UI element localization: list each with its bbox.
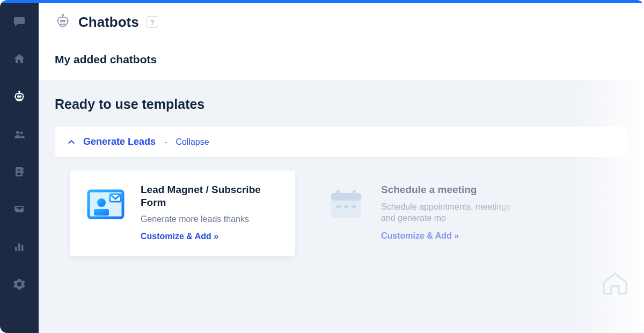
contacts-icon bbox=[13, 165, 26, 180]
sidebar-item-home[interactable] bbox=[8, 48, 31, 72]
card-title: Schedule a meeting bbox=[381, 183, 523, 196]
help-icon: ? bbox=[150, 18, 154, 26]
app-window: Chatbots ? My added chatbots Ready to us… bbox=[0, 0, 644, 333]
template-cards-row: Lead Magnet / Subscribe Form Generate mo… bbox=[55, 158, 628, 271]
group-separator: - bbox=[164, 137, 167, 147]
bot-icon bbox=[13, 90, 26, 105]
my-added-section: My added chatbots bbox=[39, 40, 644, 80]
sidebar-item-contacts[interactable] bbox=[8, 161, 31, 184]
chevron-up-icon bbox=[67, 138, 76, 146]
sidebar bbox=[0, 3, 39, 333]
people-icon bbox=[13, 128, 26, 143]
svg-point-1 bbox=[18, 96, 19, 98]
mail-icon bbox=[13, 203, 26, 218]
app-body: Chatbots ? My added chatbots Ready to us… bbox=[0, 3, 644, 333]
template-card-lead-magnet[interactable]: Lead Magnet / Subscribe Form Generate mo… bbox=[70, 171, 295, 256]
customize-add-link[interactable]: Customize & Add » bbox=[141, 232, 218, 241]
svg-rect-6 bbox=[16, 167, 23, 176]
svg-point-14 bbox=[61, 20, 62, 21]
my-added-title: My added chatbots bbox=[55, 53, 628, 66]
sidebar-item-analytics[interactable] bbox=[8, 236, 31, 260]
svg-rect-7 bbox=[23, 168, 24, 170]
corner-home-icon bbox=[600, 269, 630, 301]
svg-rect-20 bbox=[94, 209, 109, 216]
svg-rect-11 bbox=[18, 243, 20, 251]
home-icon bbox=[13, 53, 26, 68]
svg-point-4 bbox=[16, 131, 19, 134]
card-description: Schedule appointments, meetings and gene… bbox=[381, 202, 523, 224]
svg-point-9 bbox=[18, 169, 20, 172]
svg-point-5 bbox=[20, 132, 23, 135]
svg-point-2 bbox=[20, 96, 21, 98]
group-toggle-label: Collapse bbox=[175, 137, 209, 147]
customize-add-link[interactable]: Customize & Add » bbox=[381, 231, 459, 240]
svg-rect-10 bbox=[15, 247, 17, 251]
sidebar-item-settings[interactable] bbox=[8, 273, 31, 297]
svg-point-3 bbox=[19, 91, 20, 92]
bot-header-icon bbox=[55, 13, 71, 31]
analytics-icon bbox=[13, 240, 26, 255]
card-title: Lead Magnet / Subscribe Form bbox=[141, 183, 282, 209]
svg-point-15 bbox=[63, 20, 65, 21]
template-card-schedule-meeting[interactable]: Schedule a meeting Schedule appointments… bbox=[310, 171, 536, 256]
lead-card-icon bbox=[83, 183, 129, 245]
group-toggle[interactable]: Generate Leads - Collapse bbox=[55, 127, 627, 157]
svg-point-19 bbox=[97, 198, 106, 207]
svg-rect-24 bbox=[336, 190, 340, 196]
group-title: Generate Leads bbox=[83, 136, 156, 147]
templates-section: Ready to use templates Generate Leads - … bbox=[39, 80, 644, 333]
sidebar-item-mail[interactable] bbox=[8, 198, 31, 222]
help-button[interactable]: ? bbox=[147, 16, 158, 28]
svg-rect-28 bbox=[352, 205, 356, 208]
template-group-generate-leads: Generate Leads - Collapse bbox=[55, 126, 628, 158]
main: Chatbots ? My added chatbots Ready to us… bbox=[39, 3, 644, 333]
svg-rect-12 bbox=[21, 245, 24, 251]
sidebar-item-people[interactable] bbox=[8, 123, 31, 147]
card-text: Schedule a meeting Schedule appointments… bbox=[381, 183, 523, 245]
calendar-icon bbox=[323, 183, 369, 245]
sidebar-item-chatbots[interactable] bbox=[8, 86, 31, 109]
card-description: Generate more leads thanks bbox=[141, 214, 282, 224]
gear-icon bbox=[13, 278, 26, 293]
svg-rect-25 bbox=[353, 190, 356, 196]
sidebar-item-chat[interactable] bbox=[8, 11, 31, 34]
svg-rect-23 bbox=[331, 193, 361, 201]
svg-rect-8 bbox=[23, 171, 24, 173]
templates-title: Ready to use templates bbox=[55, 97, 628, 112]
svg-rect-27 bbox=[344, 205, 348, 208]
page-title: Chatbots bbox=[78, 14, 139, 31]
svg-point-16 bbox=[62, 14, 64, 16]
card-text: Lead Magnet / Subscribe Form Generate mo… bbox=[141, 183, 282, 245]
chat-icon bbox=[13, 15, 26, 30]
page-header: Chatbots ? bbox=[39, 3, 644, 40]
svg-rect-26 bbox=[336, 205, 341, 208]
